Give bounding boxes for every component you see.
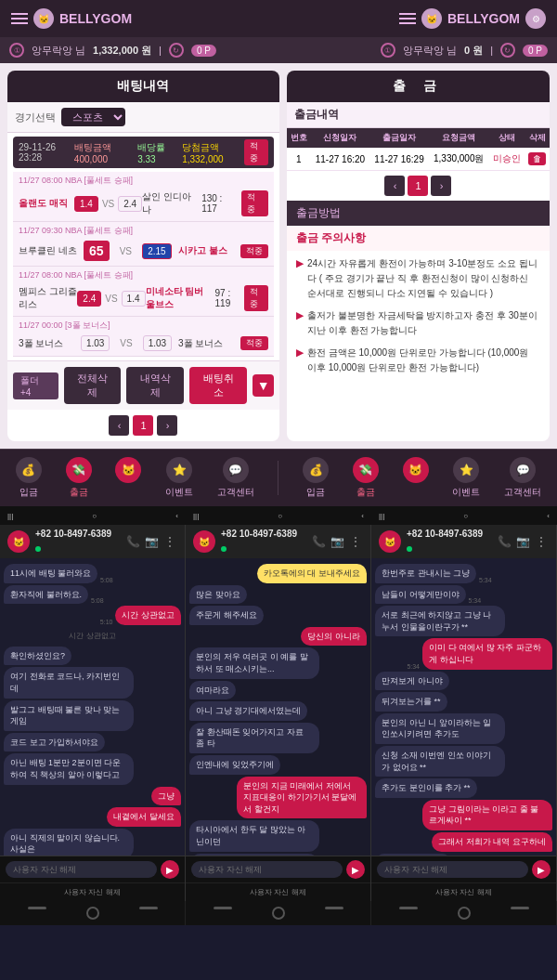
refresh-icon-right[interactable]: ↻ xyxy=(500,43,515,58)
game-score-2: 브루클린 네츠 65 VS 2.15 시카고 불스 적중 xyxy=(19,239,268,263)
nav-support-left[interactable]: 💬 고객센터 xyxy=(217,457,254,499)
user-icon-right: ① xyxy=(381,43,395,58)
hamburger-menu-right[interactable] xyxy=(399,13,416,24)
phone-status-2: ||| ○ ‹ xyxy=(186,506,371,525)
send-btn-1[interactable]: ▶ xyxy=(161,860,179,879)
send-btn-3[interactable]: ▶ xyxy=(532,860,551,879)
bubble-2-3: 주문게 해주세요 xyxy=(189,606,264,625)
video-icon-3[interactable]: 📷 xyxy=(515,534,530,549)
bet-record-header-1: 29-11-26 23:28 배팅금액 400,000 배당률 3.33 당첨금… xyxy=(13,137,274,168)
detail-btn[interactable]: 내역삭제 xyxy=(126,367,184,404)
chat-name-1: +82 10-8497-6389 xyxy=(35,529,120,539)
prev-page-btn[interactable]: ‹ xyxy=(109,415,129,436)
chat-input-3[interactable] xyxy=(377,861,528,878)
bet-date: 29-11-26 23:28 xyxy=(19,142,67,163)
msg-3-8: 신청 소재 이번엔 인쏘 이야기가 없어요 ** xyxy=(375,746,552,777)
chat-screens-container: 🐱 +82 10-8497-6389 📞 📷 ⋮ 11시에 배팅 불러와요 5:… xyxy=(0,525,557,901)
next-page-btn[interactable]: › xyxy=(157,415,177,436)
odd2-1: 2.4 xyxy=(118,196,142,212)
recents-btn-3[interactable] xyxy=(511,907,529,909)
game-status-1: 적중 xyxy=(241,190,268,216)
chat-header-info-1: +82 10-8497-6389 xyxy=(35,529,120,555)
back-btn-3[interactable] xyxy=(399,907,418,909)
table-prev-btn[interactable]: ‹ xyxy=(384,176,405,196)
table-next-btn[interactable]: › xyxy=(431,176,451,196)
bubble-2-5: 분인의 저우 여러곳 이 예를 말하서 또 매소시키는... xyxy=(189,647,319,678)
nav-events-right[interactable]: ⭐ 이벤트 xyxy=(452,457,480,499)
bubble-3-11: 그래서 저희가 내역 요구하네 xyxy=(432,832,552,852)
nav-events-left[interactable]: ⭐ 이벤트 xyxy=(165,457,193,499)
nav-deposit-right[interactable]: 💰 입금 xyxy=(303,457,329,499)
chat-avatar-3: 🐱 xyxy=(379,530,401,553)
home-btn-2[interactable] xyxy=(272,907,285,920)
chat-input-2[interactable] xyxy=(191,861,343,878)
chat-input-1[interactable] xyxy=(6,861,157,878)
settings-icon[interactable]: ⚙ xyxy=(525,8,546,29)
back-btn-2[interactable] xyxy=(214,907,232,909)
bubble-3-10: 그냥 그림이라는 이라고 줄 불르게싸이 ** xyxy=(422,800,552,830)
bet-amount: 배팅금액 400,000 xyxy=(74,141,130,164)
send-btn-2[interactable]: ▶ xyxy=(346,860,365,879)
nav-withdraw-right[interactable]: 💸 출금 xyxy=(353,457,379,499)
msg-1-2: 환자직에 불러하요. 5:08 xyxy=(4,585,181,605)
main-content: 배팅내역 경기선택 스포츠 29-11-26 23:28 배팅금액 400,00… xyxy=(0,63,557,449)
fold-more-btn[interactable]: 폴더 +4 xyxy=(13,372,58,399)
bet-header-info: 29-11-26 23:28 배팅금액 400,000 배당률 3.33 당첨금… xyxy=(19,141,244,164)
game-row-3: 11/27 08:00 NBA [풀세트 승패] 멤피스 그리즐리스 2.4 V… xyxy=(13,267,274,317)
menu-icon-3[interactable]: ⋮ xyxy=(534,534,549,549)
all-delete-btn[interactable]: 전체삭제 xyxy=(64,367,122,404)
bullet-arrow-2: ▶ xyxy=(296,308,304,338)
recents-btn-1[interactable] xyxy=(139,907,158,909)
balance-left: 1,332,000 원 xyxy=(93,44,151,58)
msg-3-6: 뒤겨보는거를 ** xyxy=(375,692,552,712)
phone-icon-3[interactable]: 📞 xyxy=(497,534,512,549)
video-icon-2[interactable]: 📷 xyxy=(330,534,344,549)
bubble-1-9: 그냥 xyxy=(151,787,181,806)
score-1: 130 : 117 xyxy=(201,193,238,214)
msg-1-10: 내곁에서 달세요 xyxy=(4,807,181,827)
nav-avatar-right[interactable]: 🐱 xyxy=(403,457,429,499)
phone-icon-1[interactable]: 📞 xyxy=(125,534,140,549)
online-dot-2 xyxy=(221,546,227,552)
refresh-icon-left[interactable]: ↻ xyxy=(169,43,184,58)
chat-input-bar-3: ▶ xyxy=(371,856,556,882)
row-no: 1 xyxy=(287,148,311,171)
page-1-btn[interactable]: 1 xyxy=(133,415,153,436)
table-page-1[interactable]: 1 xyxy=(408,176,428,196)
col-date: 출금일자 xyxy=(369,128,429,148)
page-nav-left: ‹ 1 › xyxy=(7,410,279,441)
home-btn-3[interactable] xyxy=(458,907,471,920)
nav-deposit-left[interactable]: 💰 입금 xyxy=(16,457,42,499)
filter-select[interactable]: 스포츠 xyxy=(61,108,125,126)
auto-reply-3: 사용자 자신 해제 xyxy=(371,882,556,901)
msg-3-7: 분인의 아닌 니 앞이라하는 일 인쏘시키려면 추가도 xyxy=(375,713,552,744)
bet-odds: 배당률 3.33 xyxy=(137,141,175,164)
deposit-label-left: 입금 xyxy=(19,486,38,499)
video-icon-1[interactable]: 📷 xyxy=(144,534,159,549)
delete-row-btn[interactable]: 🗑 xyxy=(528,152,546,165)
bubble-3-9: 추가도 분인이를 추가 ** xyxy=(375,778,477,798)
more-options-btn[interactable]: ▼ xyxy=(253,374,274,397)
bubble-2-2: 많은 맞아요 xyxy=(189,585,247,605)
hamburger-menu[interactable] xyxy=(11,13,28,24)
odd2-4: 1.03 xyxy=(143,335,172,351)
nav-avatar-left[interactable]: 🐱 xyxy=(115,457,141,499)
filter-row: 경기선택 스포츠 xyxy=(7,102,279,133)
menu-icon-2[interactable]: ⋮ xyxy=(348,534,363,549)
nav-withdraw-left[interactable]: 💸 출금 xyxy=(66,457,92,499)
back-btn-1[interactable] xyxy=(28,907,46,909)
phone-icon-2[interactable]: 📞 xyxy=(311,534,326,549)
bubble-2-8: 잘 환산때돈 잊어가지고 자료 좀 타 xyxy=(189,723,319,753)
game-league-4: 11/27 00:00 [3폴 보너스] xyxy=(19,320,268,332)
cancel-btn[interactable]: 배팅취소 xyxy=(189,367,247,404)
chat-header-info-3: +82 10-8497-6389 xyxy=(407,529,491,555)
vs-3: VS xyxy=(105,294,117,304)
home-btn-1[interactable] xyxy=(86,907,99,920)
nav-support-right[interactable]: 💬 고객센터 xyxy=(504,457,541,499)
bullet-arrow-3: ▶ xyxy=(296,346,304,375)
odd1-2: 65 xyxy=(84,241,110,261)
menu-icon-1[interactable]: ⋮ xyxy=(162,534,177,549)
msg-2-2: 많은 맞아요 xyxy=(189,585,367,605)
recents-btn-2[interactable] xyxy=(325,907,343,909)
withdraw-label-right: 출금 xyxy=(356,486,375,499)
